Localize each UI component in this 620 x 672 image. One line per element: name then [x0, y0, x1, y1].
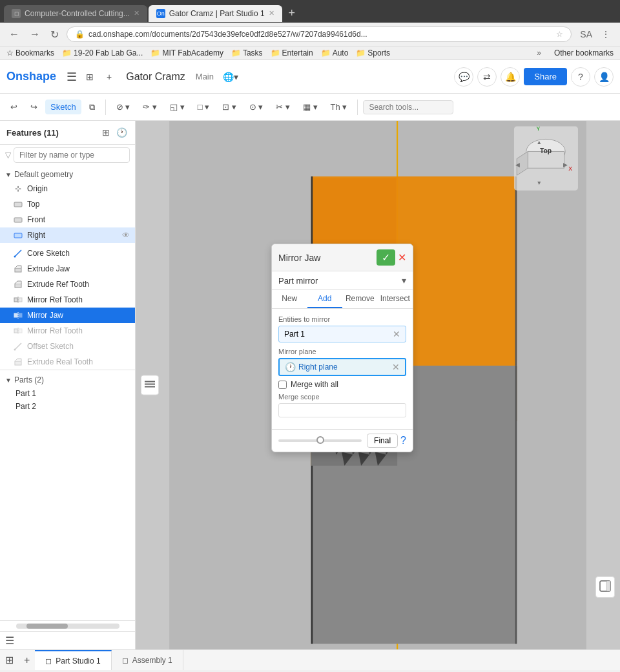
settings-tab-button[interactable]: +: [19, 652, 35, 669]
hamburger-menu-button[interactable]: ☰: [67, 70, 77, 84]
feature-item-front[interactable]: Front: [0, 212, 135, 227]
part-item-1[interactable]: Part 1: [0, 387, 135, 400]
dialog-tab-intersect[interactable]: Intersect: [378, 290, 413, 308]
feature-item-extrude-jaw[interactable]: Extrude Jaw: [0, 261, 135, 277]
feature-item-right[interactable]: Right 👁: [0, 227, 135, 243]
bookmark-tasks[interactable]: 📁 Tasks: [231, 48, 263, 58]
slider-thumb[interactable]: [316, 436, 324, 444]
bottom-tab-assembly[interactable]: ◻ Assembly 1: [112, 650, 183, 670]
bookmark-fabacademy[interactable]: 📁 MIT FabAcademy: [150, 48, 223, 58]
nav-refresh-button[interactable]: ↻: [48, 27, 61, 42]
browser-tab-2[interactable]: On Gator Cramz | Part Studio 1 ✕: [149, 5, 282, 22]
dialog-tab-new[interactable]: New: [272, 290, 307, 308]
star-icon[interactable]: ☆: [556, 30, 563, 39]
nav-forward-button[interactable]: →: [27, 27, 43, 41]
bookmark-bookmarks[interactable]: ☆ Bookmarks: [6, 48, 54, 58]
bookmark-sports[interactable]: 📁 Sports: [356, 48, 390, 58]
toolbar-icon-btn-1[interactable]: ⊞: [82, 69, 98, 85]
feature-item-extrude-ref-tooth[interactable]: Extrude Ref Tooth: [0, 277, 135, 292]
undo-button[interactable]: ↩: [5, 100, 23, 114]
part-item-2[interactable]: Part 2: [0, 400, 135, 413]
canvas-sidebar-toggle[interactable]: [141, 375, 159, 395]
default-geometry-header[interactable]: ▼ Default geometry: [0, 168, 135, 181]
list-view-button[interactable]: ☰: [5, 635, 14, 647]
nav-back-button[interactable]: ←: [6, 27, 22, 41]
chat-button[interactable]: 💬: [454, 67, 473, 87]
new-tab-button[interactable]: +: [284, 4, 301, 23]
feature-item-extrude-real-tooth[interactable]: Extrude Real Tooth: [0, 354, 135, 370]
tool-btn-2[interactable]: ✑ ▾: [138, 100, 162, 114]
tool-btn-3[interactable]: ◱ ▾: [165, 100, 190, 114]
feature-item-core-sketch[interactable]: Core Sketch: [0, 246, 135, 261]
dialog-confirm-button[interactable]: ✓: [377, 249, 395, 266]
svg-point-3: [14, 256, 16, 258]
merge-scope-area[interactable]: [278, 403, 406, 417]
svg-rect-62: [145, 381, 155, 383]
right-panel-icon[interactable]: [595, 576, 615, 598]
help-icon-button[interactable]: ?: [400, 435, 406, 446]
dialog-dropdown-arrow[interactable]: ▾: [402, 275, 406, 286]
sidebar-history-button[interactable]: 🕐: [115, 126, 129, 139]
feature-label-origin: Origin: [27, 184, 48, 193]
tool-btn-1[interactable]: ⊘ ▾: [111, 100, 136, 114]
tab1-close[interactable]: ✕: [134, 9, 140, 17]
bookmark-entertain[interactable]: 📁 Entertain: [271, 48, 313, 58]
url-bar[interactable]: 🔒 cad.onshape.com/documents/2d7543de39ef…: [67, 26, 572, 42]
bookmark-other[interactable]: Other bookmarks: [554, 48, 614, 58]
sidebar-scrollbar[interactable]: [16, 624, 119, 629]
feature-item-mirror-ref-tooth[interactable]: Mirror Ref Tooth: [0, 292, 135, 308]
share-button[interactable]: Share: [524, 68, 567, 85]
merge-with-all-checkbox[interactable]: [278, 381, 287, 389]
redo-button[interactable]: ↪: [25, 100, 43, 114]
tab2-close[interactable]: ✕: [269, 9, 274, 17]
plane-icon-top: [13, 199, 23, 209]
progress-slider[interactable]: [278, 439, 362, 442]
tool-btn-8[interactable]: ▦ ▾: [298, 100, 323, 114]
parts-header[interactable]: ▼ Parts (2): [0, 373, 135, 387]
copy-button[interactable]: ⧉: [84, 100, 100, 115]
tool-btn-6[interactable]: ⊙ ▾: [244, 100, 269, 114]
feature-item-origin[interactable]: ⊹ Origin: [0, 181, 135, 196]
visibility-icon[interactable]: 👁: [122, 231, 130, 240]
feature-item-mirror-ref-tooth-2[interactable]: Mirror Ref Tooth: [0, 323, 135, 339]
search-tools-input[interactable]: [363, 100, 453, 114]
mirror-plane-input[interactable]: 🕐 Right plane ✕: [278, 358, 406, 376]
filter-input[interactable]: [14, 147, 130, 163]
bookmark-auto[interactable]: 📁 Auto: [321, 48, 349, 58]
dialog-tab-remove[interactable]: Remove: [342, 290, 378, 308]
dialog-cancel-button[interactable]: ✕: [398, 251, 406, 264]
dialog-tab-add[interactable]: Add: [307, 290, 343, 308]
app: Onshape ☰ ⊞ + Gator Cramz Main 🌐▾ 💬 ⇄ 🔔 …: [0, 60, 620, 670]
toolbar-icon-btn-2[interactable]: +: [103, 69, 116, 85]
tool-btn-4[interactable]: □ ▾: [192, 100, 214, 114]
assembly-icon: ◻: [122, 656, 129, 665]
final-button[interactable]: Final: [367, 434, 398, 448]
onshape-logo: Onshape: [6, 70, 56, 83]
tool-btn-9[interactable]: Th ▾: [326, 100, 353, 114]
add-tab-button[interactable]: ⊞: [0, 651, 19, 669]
globe-button[interactable]: 🌐▾: [219, 69, 242, 85]
mirror-plane-clear-button[interactable]: ✕: [392, 362, 400, 372]
browser-tab-1[interactable]: ◻ Computer-Controlled Cutting... ✕: [4, 5, 147, 22]
sketch-button[interactable]: Sketch: [45, 100, 81, 114]
feature-item-top[interactable]: Top: [0, 196, 135, 212]
bottom-tab-part-studio[interactable]: ◻ Part Studio 1: [35, 650, 111, 670]
entity-remove-button[interactable]: ✕: [393, 329, 400, 339]
browser-menu-button[interactable]: ⋮: [598, 28, 614, 41]
compare-button[interactable]: ⇄: [477, 67, 497, 87]
svg-rect-2: [14, 233, 22, 238]
bookmarks-more[interactable]: »: [537, 48, 541, 58]
extensions-button[interactable]: SA: [577, 28, 595, 41]
help-button[interactable]: ?: [571, 67, 590, 87]
bookmark-fablab[interactable]: 📁 19-20 Fab Lab Ga...: [62, 48, 143, 58]
notification-button[interactable]: 🔔: [501, 67, 520, 87]
mirror-plane-history-button[interactable]: 🕐: [285, 362, 296, 372]
feature-label-core-sketch: Core Sketch: [27, 249, 70, 258]
sidebar-settings-button[interactable]: ⊞: [101, 126, 111, 139]
tool-btn-5[interactable]: ⊡ ▾: [217, 100, 242, 114]
user-avatar[interactable]: 👤: [594, 67, 614, 87]
tool-btn-7[interactable]: ✂ ▾: [271, 100, 295, 114]
sketch-icon-offset: [13, 341, 23, 352]
feature-item-mirror-jaw[interactable]: Mirror Jaw: [0, 308, 135, 323]
feature-item-offset-sketch[interactable]: Offset Sketch: [0, 339, 135, 354]
